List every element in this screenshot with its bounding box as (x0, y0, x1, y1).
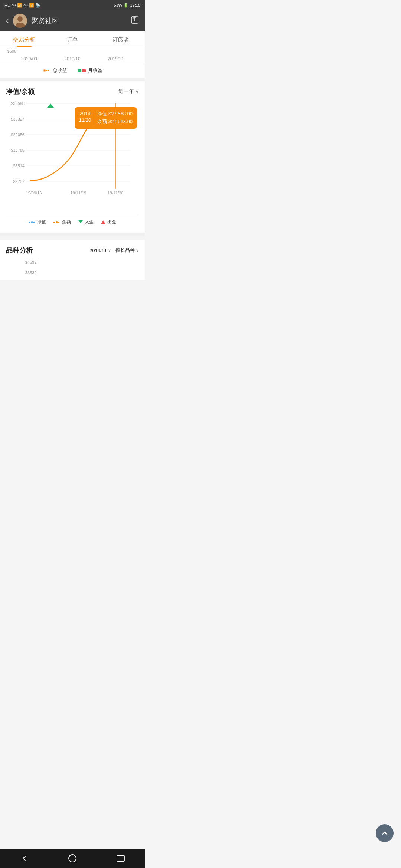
top-legend: 总收益 月收益 (0, 64, 145, 78)
legend-monthly: 月收益 (78, 67, 102, 74)
svg-text:19/09/16: 19/09/16 (26, 191, 42, 195)
status-4g2: 4G (23, 3, 28, 7)
status-wifi: 📡 (35, 3, 40, 8)
svg-text:$22056: $22056 (11, 132, 25, 137)
bar-y-label-1: $4592 (25, 260, 139, 264)
net-value-chart[interactable]: $38598 $30327 $22056 $13785 $5514 -$2757… (6, 100, 139, 211)
legend-total-label: 总收益 (53, 67, 67, 74)
legend-balance-label: 余额 (62, 219, 71, 225)
period-sep: 2019/09 (21, 56, 37, 62)
variety-type-filter[interactable]: 擅长品种 ∨ (115, 247, 139, 254)
status-left: HD 4G 📶 4G 📶 📡 (4, 3, 40, 8)
svg-point-1 (17, 16, 23, 22)
net-value-filter[interactable]: 近一年 ∨ (118, 88, 139, 95)
battery-percent: 53% (114, 3, 122, 7)
tooltip-balance: 余额 $27,568.00 (97, 118, 133, 126)
variety-title: 品种分析 (6, 246, 33, 255)
svg-text:$38598: $38598 (11, 101, 25, 106)
svg-marker-35 (101, 220, 105, 224)
svg-text:-$2757: -$2757 (12, 179, 25, 184)
tooltip-date: 2019 11/20 (79, 110, 91, 126)
status-signal: 📶 (17, 3, 22, 8)
variety-type-label: 擅长品种 (115, 247, 135, 254)
variety-filters: 2019/11 ∨ 擅长品种 ∨ (89, 247, 139, 254)
tooltip-net-value: 净值 $27,568.00 (97, 110, 133, 118)
filter-label: 近一年 (118, 88, 134, 95)
svg-point-33 (56, 221, 58, 223)
chart-tooltip: 2019 11/20 净值 $27,568.00 余额 $27,568.00 (75, 107, 137, 129)
net-value-title: 净值/余额 (6, 87, 35, 96)
variety-date-label: 2019/11 (89, 248, 107, 253)
legend-balance: 余额 (53, 219, 71, 225)
tab-trading[interactable]: 交易分析 (0, 31, 48, 47)
variety-date-filter[interactable]: 2019/11 ∨ (89, 247, 111, 254)
period-nov: 2019/11 (108, 56, 124, 62)
svg-rect-8 (78, 69, 81, 72)
bar-y-label-2: $3532 (25, 270, 139, 275)
svg-marker-22 (47, 103, 54, 108)
divider-2 (0, 233, 145, 236)
legend-net: 净值 (29, 219, 46, 225)
tab-orders[interactable]: 订单 (48, 31, 97, 47)
share-button[interactable] (131, 16, 139, 26)
legend-total: 总收益 (42, 67, 67, 74)
status-network: HD (4, 3, 10, 7)
avatar (13, 14, 27, 28)
svg-rect-9 (82, 69, 86, 72)
svg-text:$5514: $5514 (13, 164, 25, 168)
chart-period-row: 2019/09 2019/10 2019/11 (0, 54, 145, 64)
battery-icon: 🔋 (123, 3, 128, 8)
net-value-section: 净值/余额 近一年 ∨ $38598 $30327 $22056 $13785 … (0, 81, 145, 233)
legend-withdraw: 出金 (101, 219, 116, 225)
period-oct: 2019/10 (64, 56, 80, 62)
variety-chart: $4592 $3532 (6, 260, 139, 275)
svg-text:$30327: $30327 (11, 117, 25, 121)
back-button[interactable]: ‹ (6, 16, 9, 26)
page-title: 聚贤社区 (32, 16, 126, 25)
svg-point-6 (44, 70, 46, 72)
divider-1 (0, 78, 145, 81)
status-right: 53% 🔋 12:15 (114, 3, 140, 8)
legend-net-label: 净值 (37, 219, 46, 225)
chevron-date-icon: ∨ (108, 248, 111, 253)
legend-deposit: 入金 (78, 219, 94, 225)
chevron-type-icon: ∨ (136, 248, 139, 253)
legend-deposit-label: 入金 (85, 219, 94, 225)
tab-subscribers[interactable]: 订阅者 (97, 31, 145, 47)
chevron-down-icon: ∨ (136, 89, 139, 94)
chart-legend: 净值 余额 入金 出金 (6, 215, 139, 229)
legend-monthly-label: 月收益 (88, 67, 102, 74)
svg-text:19/11/20: 19/11/20 (108, 191, 124, 195)
status-signal2: 📶 (29, 3, 34, 8)
variety-header: 品种分析 2019/11 ∨ 擅长品种 ∨ (6, 246, 139, 255)
variety-section: 品种分析 2019/11 ∨ 擅长品种 ∨ $4592 $3532 (0, 240, 145, 280)
svg-text:$13785: $13785 (11, 148, 25, 152)
status-bar: HD 4G 📶 4G 📶 📡 53% 🔋 12:15 (0, 0, 145, 10)
svg-text:19/11/19: 19/11/19 (71, 191, 87, 195)
tooltip-divider (94, 110, 94, 126)
svg-point-30 (31, 221, 33, 223)
clock: 12:15 (130, 3, 140, 7)
tooltip-values: 净值 $27,568.00 余额 $27,568.00 (97, 110, 133, 126)
header: ‹ 聚贤社区 (0, 10, 145, 31)
net-value-header: 净值/余额 近一年 ∨ (6, 87, 139, 96)
negative-value: -$696 (6, 49, 16, 54)
status-4g1: 4G (12, 3, 16, 7)
tab-bar: 交易分析 订单 订阅者 (0, 31, 145, 47)
svg-marker-34 (78, 220, 83, 223)
legend-withdraw-label: 出金 (107, 219, 116, 225)
